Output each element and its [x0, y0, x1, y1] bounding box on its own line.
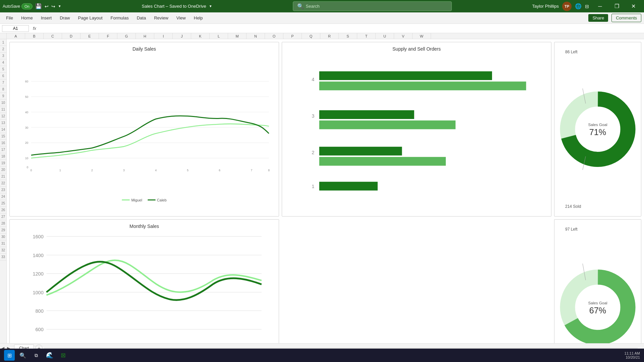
- edge-taskbar-button[interactable]: 🌊: [44, 350, 55, 361]
- col-E[interactable]: E: [80, 33, 99, 39]
- save-icon[interactable]: 💾: [35, 3, 42, 9]
- col-J[interactable]: J: [173, 33, 191, 39]
- row-19[interactable]: 19: [0, 160, 6, 167]
- menu-data[interactable]: Data: [133, 14, 149, 22]
- row-26[interactable]: 26: [0, 207, 6, 214]
- row-29[interactable]: 29: [0, 227, 6, 234]
- excel-taskbar-button[interactable]: ⊠: [58, 350, 68, 361]
- row-18[interactable]: 18: [0, 153, 6, 160]
- col-N[interactable]: N: [247, 33, 265, 39]
- dropdown-icon[interactable]: ▼: [58, 4, 61, 8]
- row-16[interactable]: 16: [0, 140, 6, 146]
- row-32[interactable]: 32: [0, 247, 6, 254]
- minimize-button[interactable]: ─: [592, 0, 608, 12]
- undo-icon[interactable]: ↩: [45, 4, 49, 9]
- spreadsheet: 1 2 3 4 5 6 7 8 9 10 11 12 13 14 15 16 1…: [0, 39, 644, 343]
- titlebar-left: AutoSave On 💾 ↩ ↪ ▼: [3, 3, 61, 9]
- row-2[interactable]: 2: [0, 46, 6, 53]
- col-S[interactable]: S: [339, 33, 357, 39]
- row-7[interactable]: 7: [0, 79, 6, 86]
- row-8[interactable]: 8: [0, 86, 6, 93]
- row-10[interactable]: 10: [0, 100, 6, 106]
- clock: 11:11 AM 10/20/21: [625, 351, 640, 359]
- ribbon-icon[interactable]: ⊟: [585, 4, 589, 9]
- row-20[interactable]: 20: [0, 167, 6, 173]
- col-T[interactable]: T: [357, 33, 376, 39]
- search-taskbar-button[interactable]: 🔍: [17, 350, 28, 361]
- row-9[interactable]: 9: [0, 93, 6, 100]
- close-button[interactable]: ✕: [626, 0, 641, 12]
- col-D[interactable]: D: [62, 33, 80, 39]
- row-27[interactable]: 27: [0, 214, 6, 220]
- col-M[interactable]: M: [228, 33, 247, 39]
- col-K[interactable]: K: [191, 33, 210, 39]
- cloud-icon[interactable]: 🌐: [575, 3, 582, 9]
- row-6[interactable]: 6: [0, 73, 6, 79]
- col-U[interactable]: U: [376, 33, 394, 39]
- col-L[interactable]: L: [210, 33, 228, 39]
- col-B[interactable]: B: [25, 33, 44, 39]
- col-I[interactable]: I: [154, 33, 173, 39]
- row-15[interactable]: 15: [0, 133, 6, 140]
- menu-page-layout[interactable]: Page Layout: [75, 14, 106, 22]
- row-13[interactable]: 13: [0, 120, 6, 126]
- col-V[interactable]: V: [394, 33, 413, 39]
- col-F[interactable]: F: [99, 33, 117, 39]
- formula-input[interactable]: [40, 25, 642, 32]
- task-view-button[interactable]: ⧉: [31, 350, 42, 361]
- menu-formulas[interactable]: Formulas: [107, 14, 132, 22]
- row-33[interactable]: 33: [0, 254, 6, 260]
- svg-text:1000: 1000: [33, 290, 43, 295]
- row-28[interactable]: 28: [0, 220, 6, 227]
- col-C[interactable]: C: [44, 33, 62, 39]
- svg-text:1: 1: [312, 184, 314, 189]
- menu-home[interactable]: Home: [18, 14, 36, 22]
- row-12[interactable]: 12: [0, 113, 6, 120]
- svg-text:3: 3: [312, 113, 314, 119]
- comments-button[interactable]: Comments: [611, 14, 641, 22]
- row-21[interactable]: 21: [0, 173, 6, 180]
- row-17[interactable]: 17: [0, 146, 6, 153]
- restore-button[interactable]: ❐: [609, 0, 625, 12]
- row-4[interactable]: 4: [0, 59, 6, 66]
- search-bar[interactable]: 🔍: [293, 1, 452, 11]
- row-30[interactable]: 30: [0, 234, 6, 240]
- row-22[interactable]: 22: [0, 180, 6, 187]
- col-P[interactable]: P: [283, 33, 302, 39]
- row-31[interactable]: 31: [0, 240, 6, 247]
- col-O[interactable]: O: [265, 33, 283, 39]
- menu-view[interactable]: View: [173, 14, 189, 22]
- row-3[interactable]: 3: [0, 53, 6, 59]
- svg-line-22: [583, 88, 586, 104]
- daily-sales-legend: Miguel Caleb: [14, 198, 275, 202]
- col-W[interactable]: W: [413, 33, 431, 39]
- autosave-toggle[interactable]: On: [21, 3, 33, 9]
- col-A[interactable]: A: [7, 33, 25, 39]
- share-button[interactable]: Share: [588, 14, 608, 22]
- menu-draw[interactable]: Draw: [56, 14, 73, 22]
- doc-dropdown-icon[interactable]: ▼: [209, 4, 212, 8]
- menu-help[interactable]: Help: [191, 14, 206, 22]
- row-14[interactable]: 14: [0, 126, 6, 133]
- col-H[interactable]: H: [136, 33, 154, 39]
- menu-review[interactable]: Review: [151, 14, 172, 22]
- col-R[interactable]: R: [320, 33, 339, 39]
- row-24[interactable]: 24: [0, 193, 6, 200]
- row-23[interactable]: 23: [0, 187, 6, 193]
- start-button[interactable]: ⊞: [4, 350, 15, 361]
- svg-text:2: 2: [312, 150, 314, 155]
- menu-insert[interactable]: Insert: [38, 14, 55, 22]
- row-1[interactable]: 1: [0, 39, 6, 46]
- row-25[interactable]: 25: [0, 200, 6, 207]
- svg-text:50: 50: [25, 95, 29, 99]
- column-headers: A B C D E F G H I J K L M N O P Q R S T …: [0, 33, 644, 39]
- search-input[interactable]: [306, 4, 447, 9]
- col-G[interactable]: G: [117, 33, 136, 39]
- row-11[interactable]: 11: [0, 106, 6, 113]
- row-5[interactable]: 5: [0, 66, 6, 73]
- redo-icon[interactable]: ↪: [51, 4, 55, 9]
- cell-reference[interactable]: [2, 25, 29, 32]
- formula-bar: fx: [0, 24, 644, 33]
- menu-file[interactable]: File: [3, 14, 16, 22]
- col-Q[interactable]: Q: [302, 33, 320, 39]
